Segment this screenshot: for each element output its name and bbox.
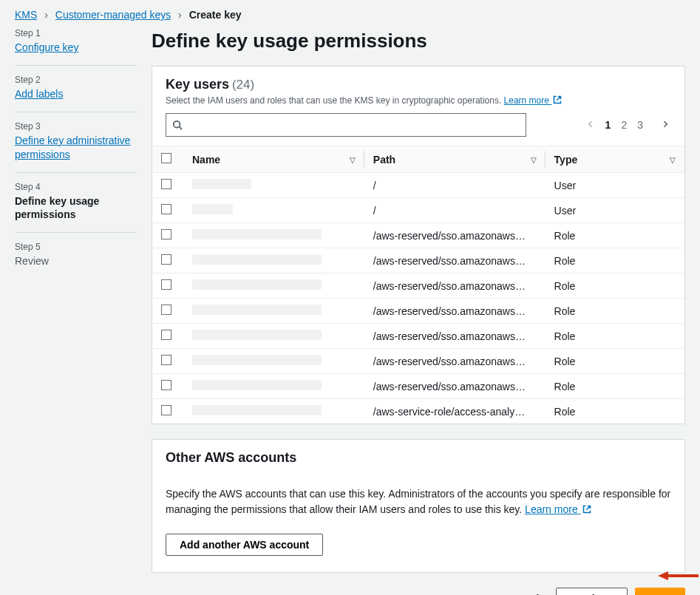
breadcrumb-cmk[interactable]: Customer-managed keys (55, 9, 171, 21)
table-row: /aws-reserved/sso.amazonaws…Role (152, 299, 684, 324)
table-row: /aws-reserved/sso.amazonaws…Role (152, 273, 684, 299)
cancel-button[interactable]: Cancel (497, 588, 548, 595)
previous-button[interactable]: Previous (556, 588, 628, 595)
wizard-step: Step 1Configure key (15, 28, 137, 65)
cell-name (183, 223, 364, 248)
row-checkbox[interactable] (161, 229, 171, 239)
breadcrumb: KMS › Customer-managed keys › Create key (0, 0, 700, 28)
col-type[interactable]: Type▽ (546, 146, 684, 173)
sort-caret-icon: ▽ (350, 156, 356, 164)
breadcrumb-current: Create key (189, 9, 242, 21)
page-number[interactable]: 2 (619, 118, 628, 132)
col-path[interactable]: Path▽ (364, 146, 546, 173)
key-users-desc: Select the IAM users and roles that can … (166, 95, 671, 106)
cell-path: /aws-reserved/sso.amazonaws… (364, 273, 546, 299)
cell-name (183, 399, 364, 424)
step-label: Step 1 (15, 28, 137, 38)
row-checkbox[interactable] (161, 254, 171, 265)
cell-type: Role (546, 349, 684, 374)
search-input[interactable] (166, 113, 526, 137)
cell-type: User (546, 198, 684, 223)
table-header-row: Name▽ Path▽ Type▽ (152, 146, 684, 173)
external-link-icon (553, 95, 562, 104)
step-label: Step 5 (15, 242, 137, 252)
cell-name (183, 324, 364, 349)
page-next-button[interactable] (659, 118, 671, 132)
step-label: Step 2 (15, 75, 137, 85)
cell-path: /aws-reserved/sso.amazonaws… (364, 299, 546, 324)
cell-name (183, 248, 364, 273)
wizard-step: Step 5Review (15, 232, 137, 279)
cell-name (183, 273, 364, 299)
redacted-name (192, 204, 233, 214)
next-button[interactable]: Next (635, 588, 685, 595)
sort-caret-icon: ▽ (670, 156, 676, 164)
breadcrumb-kms[interactable]: KMS (15, 9, 37, 21)
chevron-right-icon (661, 120, 670, 129)
add-account-button[interactable]: Add another AWS account (166, 534, 323, 556)
cell-name (183, 374, 364, 399)
key-users-count: (24) (232, 78, 254, 92)
cell-name (183, 299, 364, 324)
row-checkbox[interactable] (161, 179, 171, 189)
row-checkbox[interactable] (161, 279, 171, 290)
col-name[interactable]: Name▽ (183, 146, 364, 173)
other-accounts-title: Other AWS accounts (166, 450, 296, 465)
chevron-right-icon: › (178, 9, 182, 21)
redacted-name (192, 405, 322, 415)
cell-path: /aws-reserved/sso.amazonaws… (364, 374, 546, 399)
cell-path: / (364, 198, 546, 223)
page-number[interactable]: 3 (636, 118, 645, 132)
key-users-table: Name▽ Path▽ Type▽ /User/User/aws-reserve… (152, 146, 684, 424)
page-prev-button[interactable] (585, 118, 597, 132)
redacted-name (192, 355, 322, 365)
cell-name (183, 349, 364, 374)
page-number[interactable]: 1 (604, 118, 613, 132)
table-row: /aws-reserved/sso.amazonaws…Role (152, 324, 684, 349)
row-checkbox[interactable] (161, 305, 171, 315)
learn-more-link[interactable]: Learn more (525, 503, 591, 515)
step-title[interactable]: Add labels (15, 87, 137, 101)
svg-point-0 (174, 121, 180, 128)
step-title: Review (15, 254, 137, 268)
wizard-footer: Cancel Previous Next (152, 588, 685, 595)
cell-type: Role (546, 273, 684, 299)
row-checkbox[interactable] (161, 204, 171, 214)
cell-type: Role (546, 223, 684, 248)
pagination: 123 (585, 118, 671, 132)
search-icon (172, 120, 183, 130)
cell-path: /aws-reserved/sso.amazonaws… (364, 223, 546, 248)
step-title: Define key usage permissions (15, 194, 137, 222)
table-row: /aws-reserved/sso.amazonaws…Role (152, 223, 684, 248)
step-title[interactable]: Configure key (15, 41, 137, 55)
cell-type: User (546, 173, 684, 198)
redacted-name (192, 229, 322, 239)
redacted-name (192, 254, 322, 265)
search-field[interactable] (187, 119, 520, 131)
chevron-left-icon (586, 120, 595, 129)
table-row: /User (152, 173, 684, 198)
step-label: Step 3 (15, 121, 137, 132)
row-checkbox[interactable] (161, 380, 171, 390)
table-row: /User (152, 198, 684, 223)
row-checkbox[interactable] (161, 355, 171, 365)
step-title[interactable]: Define key administrative permissions (15, 134, 137, 162)
page-title: Define key usage permissions (152, 30, 685, 52)
cell-path: /aws-reserved/sso.amazonaws… (364, 349, 546, 374)
cell-type: Role (546, 299, 684, 324)
external-link-icon (582, 505, 591, 514)
cell-type: Role (546, 374, 684, 399)
row-checkbox[interactable] (161, 330, 171, 340)
table-row: /aws-reserved/sso.amazonaws…Role (152, 374, 684, 399)
wizard-sidebar: Step 1Configure keyStep 2Add labelsStep … (15, 28, 152, 595)
learn-more-link[interactable]: Learn more (504, 95, 563, 106)
table-row: /aws-reserved/sso.amazonaws…Role (152, 248, 684, 273)
cell-path: /aws-reserved/sso.amazonaws… (364, 248, 546, 273)
other-accounts-panel: Other AWS accounts Specify the AWS accou… (152, 439, 685, 573)
cell-path: /aws-service-role/access-analy… (364, 399, 546, 424)
wizard-step: Step 3Define key administrative permissi… (15, 112, 137, 172)
row-checkbox[interactable] (161, 405, 171, 415)
select-all-checkbox[interactable] (161, 153, 171, 163)
chevron-right-icon: › (44, 9, 48, 21)
cell-type: Role (546, 324, 684, 349)
